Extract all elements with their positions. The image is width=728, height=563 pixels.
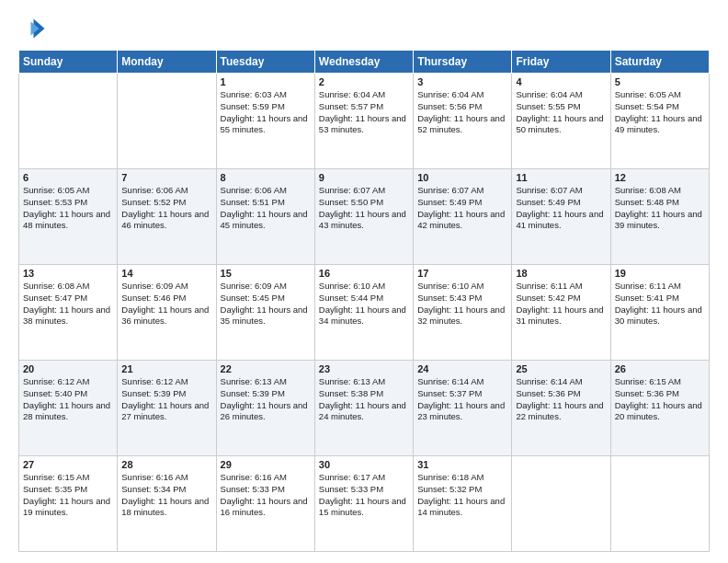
day-number: 28 bbox=[121, 459, 211, 470]
day-number: 11 bbox=[516, 172, 606, 183]
calendar-cell: 3Sunrise: 6:04 AM Sunset: 5:56 PM Daylig… bbox=[414, 74, 512, 169]
calendar-cell: 29Sunrise: 6:16 AM Sunset: 5:33 PM Dayli… bbox=[216, 456, 314, 552]
week-row-3: 13Sunrise: 6:08 AM Sunset: 5:47 PM Dayli… bbox=[19, 265, 710, 361]
calendar-header-row: SundayMondayTuesdayWednesdayThursdayFrid… bbox=[19, 51, 710, 74]
calendar-cell: 23Sunrise: 6:13 AM Sunset: 5:38 PM Dayli… bbox=[314, 361, 413, 456]
cell-content: Sunrise: 6:04 AM Sunset: 5:57 PM Dayligh… bbox=[319, 89, 409, 136]
day-number: 7 bbox=[121, 172, 211, 183]
day-header-tuesday: Tuesday bbox=[216, 51, 314, 74]
week-row-5: 27Sunrise: 6:15 AM Sunset: 5:35 PM Dayli… bbox=[19, 456, 710, 552]
cell-content: Sunrise: 6:18 AM Sunset: 5:32 PM Dayligh… bbox=[417, 472, 507, 519]
logo bbox=[18, 15, 50, 42]
page: SundayMondayTuesdayWednesdayThursdayFrid… bbox=[0, 0, 728, 563]
calendar-cell: 12Sunrise: 6:08 AM Sunset: 5:48 PM Dayli… bbox=[610, 169, 709, 265]
calendar-cell: 15Sunrise: 6:09 AM Sunset: 5:45 PM Dayli… bbox=[216, 265, 314, 361]
day-header-sunday: Sunday bbox=[19, 51, 118, 74]
day-number: 17 bbox=[417, 268, 507, 279]
calendar-cell: 7Sunrise: 6:06 AM Sunset: 5:52 PM Daylig… bbox=[118, 169, 216, 265]
calendar-cell: 17Sunrise: 6:10 AM Sunset: 5:43 PM Dayli… bbox=[414, 265, 512, 361]
calendar-cell: 19Sunrise: 6:11 AM Sunset: 5:41 PM Dayli… bbox=[610, 265, 709, 361]
cell-content: Sunrise: 6:05 AM Sunset: 5:54 PM Dayligh… bbox=[615, 89, 705, 136]
day-number: 21 bbox=[121, 363, 211, 374]
calendar-cell: 25Sunrise: 6:14 AM Sunset: 5:36 PM Dayli… bbox=[512, 361, 610, 456]
calendar-cell: 1Sunrise: 6:03 AM Sunset: 5:59 PM Daylig… bbox=[216, 74, 314, 169]
day-number: 25 bbox=[516, 363, 606, 374]
day-number: 13 bbox=[23, 268, 113, 279]
day-number: 22 bbox=[221, 363, 311, 374]
calendar-cell: 31Sunrise: 6:18 AM Sunset: 5:32 PM Dayli… bbox=[414, 456, 512, 552]
calendar-body: 1Sunrise: 6:03 AM Sunset: 5:59 PM Daylig… bbox=[19, 74, 710, 552]
cell-content: Sunrise: 6:10 AM Sunset: 5:43 PM Dayligh… bbox=[417, 281, 507, 327]
day-number: 9 bbox=[319, 172, 409, 183]
cell-content: Sunrise: 6:15 AM Sunset: 5:35 PM Dayligh… bbox=[23, 472, 113, 519]
cell-content: Sunrise: 6:11 AM Sunset: 5:41 PM Dayligh… bbox=[615, 281, 705, 327]
calendar-cell: 20Sunrise: 6:12 AM Sunset: 5:40 PM Dayli… bbox=[19, 361, 118, 456]
cell-content: Sunrise: 6:10 AM Sunset: 5:44 PM Dayligh… bbox=[319, 281, 409, 327]
day-number: 19 bbox=[615, 268, 705, 279]
calendar-cell: 18Sunrise: 6:11 AM Sunset: 5:42 PM Dayli… bbox=[512, 265, 610, 361]
day-number: 15 bbox=[221, 268, 311, 279]
calendar-cell: 24Sunrise: 6:14 AM Sunset: 5:37 PM Dayli… bbox=[414, 361, 512, 456]
day-number: 20 bbox=[23, 363, 113, 374]
day-number: 10 bbox=[417, 172, 507, 183]
day-number: 12 bbox=[615, 172, 705, 183]
calendar-cell: 10Sunrise: 6:07 AM Sunset: 5:49 PM Dayli… bbox=[414, 169, 512, 265]
cell-content: Sunrise: 6:15 AM Sunset: 5:36 PM Dayligh… bbox=[615, 376, 705, 423]
cell-content: Sunrise: 6:03 AM Sunset: 5:59 PM Dayligh… bbox=[221, 89, 311, 136]
day-number: 30 bbox=[319, 459, 409, 470]
day-number: 29 bbox=[221, 459, 311, 470]
day-number: 6 bbox=[23, 172, 113, 183]
day-number: 31 bbox=[417, 459, 507, 470]
cell-content: Sunrise: 6:14 AM Sunset: 5:36 PM Dayligh… bbox=[516, 376, 606, 423]
day-number: 18 bbox=[516, 268, 606, 279]
day-header-saturday: Saturday bbox=[610, 51, 709, 74]
day-number: 8 bbox=[221, 172, 311, 183]
cell-content: Sunrise: 6:12 AM Sunset: 5:39 PM Dayligh… bbox=[121, 376, 211, 423]
week-row-4: 20Sunrise: 6:12 AM Sunset: 5:40 PM Dayli… bbox=[19, 361, 710, 456]
cell-content: Sunrise: 6:12 AM Sunset: 5:40 PM Dayligh… bbox=[23, 376, 113, 423]
calendar-cell: 26Sunrise: 6:15 AM Sunset: 5:36 PM Dayli… bbox=[610, 361, 709, 456]
calendar-cell: 11Sunrise: 6:07 AM Sunset: 5:49 PM Dayli… bbox=[512, 169, 610, 265]
calendar-cell bbox=[19, 74, 118, 169]
day-number: 1 bbox=[221, 76, 311, 87]
day-number: 16 bbox=[319, 268, 409, 279]
header bbox=[18, 15, 710, 42]
day-number: 4 bbox=[516, 76, 606, 87]
calendar-cell: 9Sunrise: 6:07 AM Sunset: 5:50 PM Daylig… bbox=[314, 169, 413, 265]
calendar-cell: 22Sunrise: 6:13 AM Sunset: 5:39 PM Dayli… bbox=[216, 361, 314, 456]
calendar-table: SundayMondayTuesdayWednesdayThursdayFrid… bbox=[18, 50, 710, 552]
calendar-cell: 13Sunrise: 6:08 AM Sunset: 5:47 PM Dayli… bbox=[19, 265, 118, 361]
day-number: 5 bbox=[615, 76, 705, 87]
logo-icon bbox=[18, 15, 46, 42]
day-number: 23 bbox=[319, 363, 409, 374]
cell-content: Sunrise: 6:13 AM Sunset: 5:38 PM Dayligh… bbox=[319, 376, 409, 423]
cell-content: Sunrise: 6:06 AM Sunset: 5:52 PM Dayligh… bbox=[121, 185, 211, 232]
calendar-cell: 30Sunrise: 6:17 AM Sunset: 5:33 PM Dayli… bbox=[314, 456, 413, 552]
cell-content: Sunrise: 6:09 AM Sunset: 5:45 PM Dayligh… bbox=[221, 281, 311, 327]
cell-content: Sunrise: 6:17 AM Sunset: 5:33 PM Dayligh… bbox=[319, 472, 409, 519]
day-header-friday: Friday bbox=[512, 51, 610, 74]
calendar-cell: 5Sunrise: 6:05 AM Sunset: 5:54 PM Daylig… bbox=[610, 74, 709, 169]
calendar-cell: 28Sunrise: 6:16 AM Sunset: 5:34 PM Dayli… bbox=[118, 456, 216, 552]
cell-content: Sunrise: 6:14 AM Sunset: 5:37 PM Dayligh… bbox=[417, 376, 507, 423]
day-number: 27 bbox=[23, 459, 113, 470]
cell-content: Sunrise: 6:16 AM Sunset: 5:33 PM Dayligh… bbox=[221, 472, 311, 519]
calendar-cell bbox=[118, 74, 216, 169]
calendar-cell: 16Sunrise: 6:10 AM Sunset: 5:44 PM Dayli… bbox=[314, 265, 413, 361]
calendar-cell: 27Sunrise: 6:15 AM Sunset: 5:35 PM Dayli… bbox=[19, 456, 118, 552]
day-header-monday: Monday bbox=[118, 51, 216, 74]
calendar-cell bbox=[610, 456, 709, 552]
cell-content: Sunrise: 6:07 AM Sunset: 5:49 PM Dayligh… bbox=[417, 185, 507, 232]
day-number: 14 bbox=[121, 268, 211, 279]
day-number: 2 bbox=[319, 76, 409, 87]
day-header-wednesday: Wednesday bbox=[314, 51, 413, 74]
cell-content: Sunrise: 6:04 AM Sunset: 5:56 PM Dayligh… bbox=[417, 89, 507, 136]
cell-content: Sunrise: 6:07 AM Sunset: 5:49 PM Dayligh… bbox=[516, 185, 606, 232]
cell-content: Sunrise: 6:16 AM Sunset: 5:34 PM Dayligh… bbox=[121, 472, 211, 519]
week-row-2: 6Sunrise: 6:05 AM Sunset: 5:53 PM Daylig… bbox=[19, 169, 710, 265]
cell-content: Sunrise: 6:04 AM Sunset: 5:55 PM Dayligh… bbox=[516, 89, 606, 136]
cell-content: Sunrise: 6:07 AM Sunset: 5:50 PM Dayligh… bbox=[319, 185, 409, 232]
calendar-cell: 14Sunrise: 6:09 AM Sunset: 5:46 PM Dayli… bbox=[118, 265, 216, 361]
cell-content: Sunrise: 6:08 AM Sunset: 5:47 PM Dayligh… bbox=[23, 281, 113, 327]
cell-content: Sunrise: 6:09 AM Sunset: 5:46 PM Dayligh… bbox=[121, 281, 211, 327]
